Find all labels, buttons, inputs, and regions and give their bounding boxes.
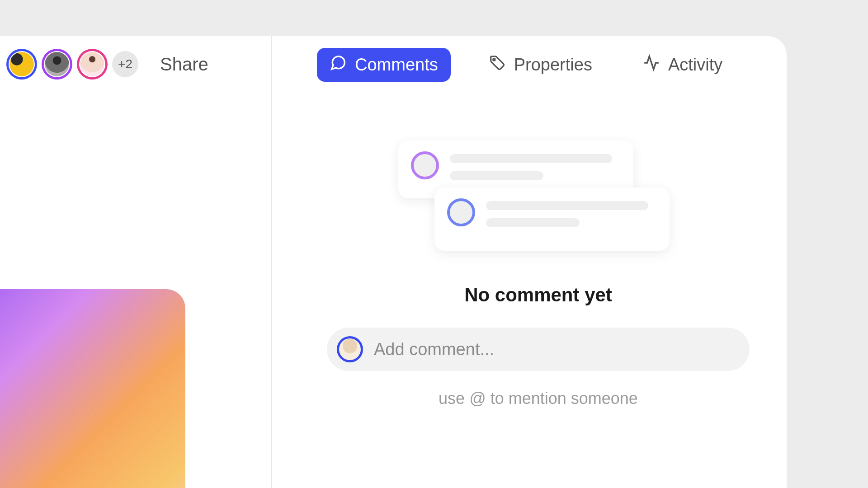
- empty-state-illustration: [398, 141, 679, 258]
- avatar-2[interactable]: [42, 49, 72, 80]
- placeholder-card-front: [434, 188, 670, 251]
- comment-input[interactable]: [374, 340, 740, 359]
- right-panel: Comments Properties: [272, 36, 787, 488]
- tab-activity-label: Activity: [668, 55, 722, 75]
- placeholder-line: [486, 201, 648, 210]
- share-button[interactable]: Share: [160, 54, 208, 75]
- avatar-overflow-count[interactable]: +2: [112, 51, 138, 77]
- avatar-image-3: [80, 52, 104, 76]
- avatar-3[interactable]: [77, 49, 108, 80]
- panel-tabs: Comments Properties: [317, 48, 760, 82]
- placeholder-line: [486, 218, 580, 227]
- tab-properties[interactable]: Properties: [476, 48, 605, 82]
- placeholder-lines: [450, 151, 621, 180]
- page-root: +2 Share Comments: [0, 36, 868, 488]
- tab-properties-label: Properties: [514, 55, 592, 75]
- placeholder-avatar-purple: [411, 151, 439, 179]
- avatar-image-2: [45, 52, 69, 76]
- placeholder-lines: [486, 198, 657, 227]
- svg-point-0: [493, 59, 495, 61]
- current-user-avatar: [337, 336, 363, 362]
- tag-icon: [489, 54, 506, 75]
- comment-input-container[interactable]: [327, 328, 750, 371]
- mention-hint: use @ to mention someone: [317, 389, 760, 408]
- content-preview-card: [0, 289, 185, 488]
- placeholder-line: [450, 154, 612, 163]
- tab-comments[interactable]: Comments: [317, 48, 451, 82]
- comment-icon: [330, 54, 347, 75]
- avatar-1[interactable]: [6, 49, 37, 80]
- tab-activity[interactable]: Activity: [630, 48, 735, 82]
- activity-icon: [643, 54, 660, 75]
- main-panel: +2 Share Comments: [0, 36, 787, 488]
- placeholder-avatar-blue: [447, 198, 475, 226]
- collaborator-avatars: +2: [6, 49, 138, 80]
- placeholder-line: [450, 171, 544, 180]
- avatar-image-1: [9, 52, 34, 76]
- left-topbar: +2 Share: [0, 36, 271, 80]
- empty-state-title: No comment yet: [317, 284, 760, 306]
- tab-comments-label: Comments: [355, 55, 438, 75]
